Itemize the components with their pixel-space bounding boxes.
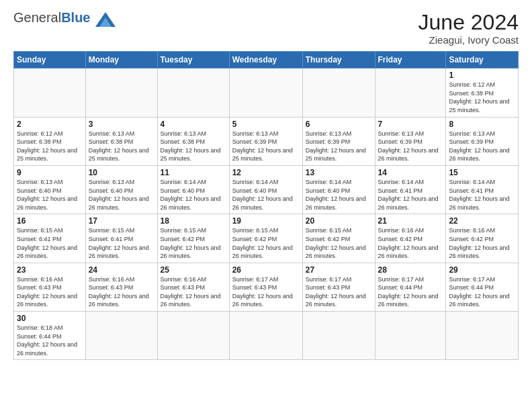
calendar-cell: 20Sunrise: 6:15 AM Sunset: 6:42 PM Dayli…: [302, 214, 375, 263]
day-number: 13: [306, 168, 372, 177]
day-number: 17: [89, 216, 154, 226]
day-number: 1: [449, 71, 515, 80]
day-info: Sunrise: 6:15 AM Sunset: 6:41 PM Dayligh…: [89, 226, 154, 260]
day-number: 3: [89, 120, 154, 129]
day-info: Sunrise: 6:15 AM Sunset: 6:42 PM Dayligh…: [306, 226, 372, 260]
calendar-cell: 17Sunrise: 6:15 AM Sunset: 6:41 PM Dayli…: [85, 214, 157, 263]
day-number: 5: [232, 120, 300, 129]
calendar-cell: 19Sunrise: 6:15 AM Sunset: 6:42 PM Dayli…: [229, 214, 302, 263]
day-number: 23: [17, 265, 83, 275]
day-info: Sunrise: 6:15 AM Sunset: 6:41 PM Dayligh…: [17, 226, 83, 260]
day-info: Sunrise: 6:17 AM Sunset: 6:44 PM Dayligh…: [378, 275, 443, 309]
calendar-cell: 27Sunrise: 6:17 AM Sunset: 6:43 PM Dayli…: [302, 263, 375, 311]
calendar-week-row: 9Sunrise: 6:13 AM Sunset: 6:40 PM Daylig…: [14, 165, 519, 214]
day-info: Sunrise: 6:15 AM Sunset: 6:42 PM Dayligh…: [161, 226, 226, 260]
header-sunday: Sunday: [14, 52, 86, 68]
calendar-title: June 2024: [418, 11, 519, 34]
day-number: 4: [161, 120, 226, 129]
logo: GeneralBlue: [13, 11, 116, 27]
day-number: 19: [232, 216, 300, 226]
calendar-cell: 3Sunrise: 6:13 AM Sunset: 6:38 PM Daylig…: [85, 117, 157, 165]
day-info: Sunrise: 6:13 AM Sunset: 6:39 PM Dayligh…: [449, 130, 515, 163]
calendar-cell: 24Sunrise: 6:16 AM Sunset: 6:43 PM Dayli…: [85, 263, 157, 311]
day-number: 7: [378, 120, 443, 129]
day-number: 15: [449, 168, 515, 177]
day-info: Sunrise: 6:13 AM Sunset: 6:40 PM Dayligh…: [17, 178, 83, 212]
calendar-cell: [446, 312, 519, 360]
day-info: Sunrise: 6:18 AM Sunset: 6:44 PM Dayligh…: [17, 324, 83, 357]
day-number: 21: [378, 216, 443, 226]
calendar-week-row: 2Sunrise: 6:12 AM Sunset: 6:38 PM Daylig…: [14, 117, 519, 165]
header-friday: Friday: [375, 52, 446, 68]
day-info: Sunrise: 6:12 AM Sunset: 6:38 PM Dayligh…: [17, 130, 83, 163]
calendar-cell: 21Sunrise: 6:16 AM Sunset: 6:42 PM Dayli…: [375, 214, 446, 263]
calendar-cell: 11Sunrise: 6:14 AM Sunset: 6:40 PM Dayli…: [157, 165, 229, 214]
day-info: Sunrise: 6:17 AM Sunset: 6:43 PM Dayligh…: [232, 275, 300, 309]
day-number: 25: [161, 265, 226, 275]
calendar-cell: 26Sunrise: 6:17 AM Sunset: 6:43 PM Dayli…: [229, 263, 302, 311]
header-saturday: Saturday: [446, 52, 519, 68]
calendar-cell: 28Sunrise: 6:17 AM Sunset: 6:44 PM Dayli…: [375, 263, 446, 311]
header-tuesday: Tuesday: [157, 52, 229, 68]
day-number: 29: [449, 265, 515, 275]
calendar-cell: 9Sunrise: 6:13 AM Sunset: 6:40 PM Daylig…: [14, 165, 86, 214]
calendar-cell: 25Sunrise: 6:16 AM Sunset: 6:43 PM Dayli…: [157, 263, 229, 311]
day-info: Sunrise: 6:16 AM Sunset: 6:43 PM Dayligh…: [89, 275, 154, 309]
day-number: 10: [89, 168, 154, 177]
day-number: 6: [306, 120, 372, 129]
day-info: Sunrise: 6:13 AM Sunset: 6:39 PM Dayligh…: [232, 130, 300, 163]
header-wednesday: Wednesday: [229, 52, 302, 68]
day-number: 22: [449, 216, 515, 226]
calendar-cell: 29Sunrise: 6:17 AM Sunset: 6:44 PM Dayli…: [446, 263, 519, 311]
day-info: Sunrise: 6:14 AM Sunset: 6:40 PM Dayligh…: [232, 178, 300, 212]
day-info: Sunrise: 6:16 AM Sunset: 6:43 PM Dayligh…: [161, 275, 226, 309]
day-info: Sunrise: 6:14 AM Sunset: 6:41 PM Dayligh…: [449, 178, 515, 212]
weekday-header-row: Sunday Monday Tuesday Wednesday Thursday…: [14, 52, 519, 68]
header-thursday: Thursday: [302, 52, 375, 68]
day-info: Sunrise: 6:16 AM Sunset: 6:43 PM Dayligh…: [17, 275, 83, 309]
logo-icon: [95, 12, 116, 27]
day-info: Sunrise: 6:15 AM Sunset: 6:42 PM Dayligh…: [232, 226, 300, 260]
calendar-cell: [375, 68, 446, 117]
calendar-cell: [302, 68, 375, 117]
calendar-cell: 5Sunrise: 6:13 AM Sunset: 6:39 PM Daylig…: [229, 117, 302, 165]
calendar-cell: [85, 68, 157, 117]
day-info: Sunrise: 6:13 AM Sunset: 6:40 PM Dayligh…: [89, 178, 154, 212]
calendar-week-row: 16Sunrise: 6:15 AM Sunset: 6:41 PM Dayli…: [14, 214, 519, 263]
day-info: Sunrise: 6:17 AM Sunset: 6:44 PM Dayligh…: [449, 275, 515, 309]
day-number: 16: [17, 216, 83, 226]
calendar-cell: [85, 312, 157, 360]
day-info: Sunrise: 6:13 AM Sunset: 6:38 PM Dayligh…: [161, 130, 226, 163]
calendar-cell: [157, 312, 229, 360]
day-number: 24: [89, 265, 154, 275]
day-number: 8: [449, 120, 515, 129]
day-number: 28: [378, 265, 443, 275]
calendar-cell: [157, 68, 229, 117]
day-number: 26: [232, 265, 300, 275]
calendar-cell: 14Sunrise: 6:14 AM Sunset: 6:41 PM Dayli…: [375, 165, 446, 214]
day-info: Sunrise: 6:17 AM Sunset: 6:43 PM Dayligh…: [306, 275, 372, 309]
title-block: June 2024 Zieagui, Ivory Coast: [418, 11, 519, 46]
calendar-cell: 2Sunrise: 6:12 AM Sunset: 6:38 PM Daylig…: [14, 117, 86, 165]
calendar-cell: 13Sunrise: 6:14 AM Sunset: 6:40 PM Dayli…: [302, 165, 375, 214]
day-info: Sunrise: 6:13 AM Sunset: 6:39 PM Dayligh…: [306, 130, 372, 163]
day-number: 18: [161, 216, 226, 226]
day-number: 30: [17, 314, 83, 323]
calendar-cell: 23Sunrise: 6:16 AM Sunset: 6:43 PM Dayli…: [14, 263, 86, 311]
calendar-cell: [302, 312, 375, 360]
calendar-cell: 18Sunrise: 6:15 AM Sunset: 6:42 PM Dayli…: [157, 214, 229, 263]
day-info: Sunrise: 6:14 AM Sunset: 6:40 PM Dayligh…: [161, 178, 226, 212]
calendar-week-row: 30Sunrise: 6:18 AM Sunset: 6:44 PM Dayli…: [14, 312, 519, 360]
calendar-cell: [229, 312, 302, 360]
calendar-cell: [229, 68, 302, 117]
calendar-cell: 22Sunrise: 6:16 AM Sunset: 6:42 PM Dayli…: [446, 214, 519, 263]
day-info: Sunrise: 6:14 AM Sunset: 6:40 PM Dayligh…: [306, 178, 372, 212]
page: GeneralBlue June 2024 Zieagui, Ivory Coa…: [0, 0, 532, 411]
calendar-cell: 15Sunrise: 6:14 AM Sunset: 6:41 PM Dayli…: [446, 165, 519, 214]
calendar-cell: [14, 68, 86, 117]
day-number: 9: [17, 168, 83, 177]
day-number: 2: [17, 120, 83, 129]
calendar-cell: 8Sunrise: 6:13 AM Sunset: 6:39 PM Daylig…: [446, 117, 519, 165]
day-number: 20: [306, 216, 372, 226]
day-number: 14: [378, 168, 443, 177]
